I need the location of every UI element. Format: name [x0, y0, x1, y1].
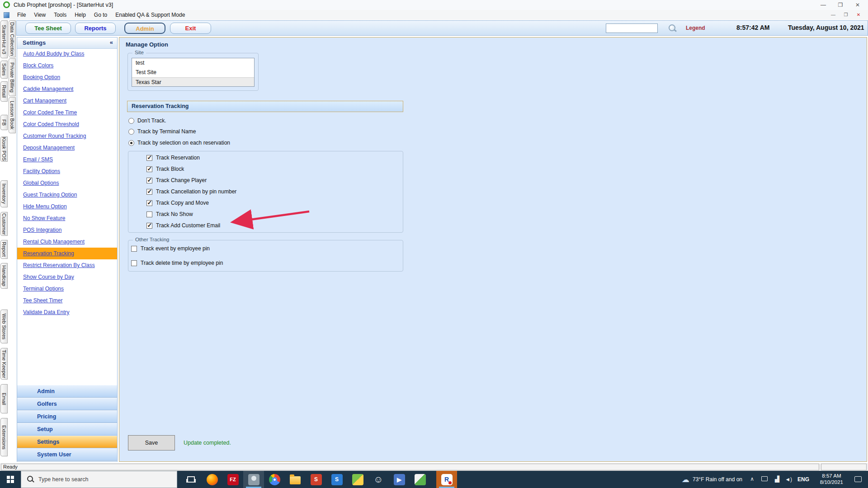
- checkbox-track-reservation[interactable]: Track Reservation: [146, 153, 200, 162]
- tab-inventory[interactable]: Inventory: [0, 180, 8, 207]
- checkbox-track-copy-and-move[interactable]: Track Copy and Move: [146, 198, 209, 207]
- reports-button[interactable]: Reports: [75, 23, 116, 34]
- taskbar-app-chrome[interactable]: [264, 471, 285, 488]
- menu-qa-support-mode[interactable]: Enabled QA & Support Mode: [111, 10, 189, 20]
- menu-tools[interactable]: Tools: [50, 10, 71, 20]
- menu-goto[interactable]: Go to: [90, 10, 111, 20]
- tab-kiosk-pos[interactable]: Kiosk POS: [0, 136, 8, 162]
- taskbar-app-filezilla[interactable]: FZ: [222, 471, 243, 488]
- notification-center-icon[interactable]: [854, 476, 862, 482]
- section-system-user[interactable]: System User: [17, 448, 117, 461]
- sidebar-link-email-sms[interactable]: Email / SMS: [17, 154, 117, 165]
- menu-help[interactable]: Help: [71, 10, 90, 20]
- sidebar-link-caddie-management[interactable]: Caddie Management: [17, 83, 117, 95]
- radio-dont-track[interactable]: Don't Track.: [128, 116, 166, 125]
- section-admin[interactable]: Admin: [17, 385, 117, 398]
- legend-button[interactable]: Legend: [686, 25, 705, 31]
- taskbar-weather[interactable]: ☁ 73°F Rain off and on: [682, 471, 742, 488]
- start-button[interactable]: [0, 471, 21, 488]
- sidebar-link-block-colors[interactable]: Block Colors: [17, 60, 117, 71]
- section-setup[interactable]: Setup: [17, 423, 117, 436]
- taskbar-clock[interactable]: 8:57 AM 8/10/2021: [820, 473, 843, 485]
- section-settings[interactable]: Settings: [17, 436, 117, 448]
- sidebar-link-show-course-by-day[interactable]: Show Course by Day: [17, 271, 117, 283]
- tab-email[interactable]: Email: [0, 384, 8, 413]
- sidebar-link-no-show-feature[interactable]: No Show Feature: [17, 212, 117, 224]
- sidebar-link-hide-menu-option[interactable]: Hide Menu Option: [17, 201, 117, 212]
- site-option-texas-star[interactable]: Texas Star: [132, 77, 254, 87]
- section-pricing[interactable]: Pricing: [17, 410, 117, 423]
- sidebar-link-restrict-reservation-by-class[interactable]: Restrict Reservation By Class: [17, 259, 117, 271]
- sidebar-link-customer-round-tracking[interactable]: Customer Round Tracking: [17, 130, 117, 142]
- admin-button[interactable]: Admin: [124, 23, 165, 34]
- tab-starterhut-v3[interactable]: StarterHut v3: [0, 20, 8, 58]
- child-close-button[interactable]: ✕: [853, 11, 864, 19]
- sidebar-link-guest-tracking-option[interactable]: Guest Tracking Option: [17, 189, 117, 201]
- language-indicator[interactable]: ENG: [797, 476, 809, 483]
- taskbar-app-firefox[interactable]: [202, 471, 222, 488]
- radio-track-by-selection[interactable]: Track by selection on each reservation: [128, 138, 230, 147]
- child-restore-button[interactable]: ❐: [840, 11, 852, 19]
- tab-sales[interactable]: Sales: [0, 61, 8, 79]
- sidebar-link-validate-data-entry[interactable]: Validate Data Entry: [17, 306, 117, 318]
- checkbox-track-change-player[interactable]: Track Change Player: [146, 176, 207, 185]
- tray-expand-icon[interactable]: ∧: [750, 476, 754, 482]
- taskbar-app-blue-s[interactable]: S: [326, 471, 347, 488]
- taskbar-app-club-prophet[interactable]: R: [436, 471, 457, 488]
- sidebar-link-tee-sheet-timer[interactable]: Tee Sheet Timer: [17, 295, 117, 306]
- tab-fb[interactable]: FB: [0, 115, 8, 130]
- taskbar-app-red-s[interactable]: S: [306, 471, 326, 488]
- site-option-test-site[interactable]: Test Site: [132, 68, 254, 77]
- tab-web-stores[interactable]: Web Stores: [0, 310, 8, 343]
- search-icon[interactable]: [668, 24, 677, 33]
- sidebar-link-booking-option[interactable]: Booking Option: [17, 71, 117, 83]
- checkbox-track-cancellation-by-pin[interactable]: Track Cancellation by pin number: [146, 187, 236, 196]
- menu-view[interactable]: View: [30, 10, 50, 20]
- minimize-button[interactable]: —: [816, 0, 831, 10]
- section-golfers[interactable]: Golfers: [17, 398, 117, 410]
- toolbar-search-input[interactable]: [606, 23, 658, 33]
- sidebar-link-global-options[interactable]: Global Options: [17, 177, 117, 189]
- taskbar-search[interactable]: Type here to search: [21, 471, 177, 488]
- task-view-button[interactable]: [181, 471, 201, 488]
- checkbox-track-block[interactable]: Track Block: [146, 164, 184, 174]
- site-option-test[interactable]: test: [132, 58, 254, 68]
- checkbox-track-event-by-employee-pin[interactable]: Track event by employee pin: [131, 244, 210, 253]
- sidebar-link-reservation-tracking[interactable]: Reservation Tracking: [17, 248, 117, 259]
- checkbox-track-add-customer-email[interactable]: Track Add Customer Email: [146, 221, 220, 230]
- exit-button[interactable]: Exit: [170, 23, 211, 34]
- sidebar-link-color-coded-threshold[interactable]: Color Coded Threshold: [17, 118, 117, 130]
- device-icon[interactable]: [761, 476, 768, 481]
- tab-customer[interactable]: Customer: [0, 212, 8, 236]
- sidebar-link-cart-management[interactable]: Cart Management: [17, 95, 117, 107]
- network-icon[interactable]: ▟: [775, 476, 779, 482]
- taskbar-app-green[interactable]: [347, 471, 368, 488]
- volume-icon[interactable]: ◄): [785, 476, 792, 483]
- close-button[interactable]: ✕: [850, 0, 865, 10]
- radio-track-by-terminal-name[interactable]: Track by Terminal Name: [128, 127, 196, 136]
- sidebar-link-deposit-management[interactable]: Deposit Management: [17, 142, 117, 154]
- taskbar-app-paint[interactable]: [410, 471, 430, 488]
- taskbar-app-launcher[interactable]: [243, 471, 264, 488]
- taskbar-app-file-explorer[interactable]: [285, 471, 306, 488]
- sidebar-link-facility-options[interactable]: Facility Options: [17, 165, 117, 177]
- tab-lesson-book[interactable]: Lesson Book: [9, 97, 16, 133]
- sidebar-link-color-coded-tee-time[interactable]: Color Coded Tee Time: [17, 107, 117, 118]
- checkbox-track-delete-time-by-employee-pin[interactable]: Track delete time by employee pin: [131, 258, 223, 267]
- save-button[interactable]: Save: [128, 435, 175, 450]
- sidebar-link-pos-integration[interactable]: POS Integration: [17, 224, 117, 236]
- taskbar-app-media[interactable]: ▶: [389, 471, 410, 488]
- sidebar-link-terminal-options[interactable]: Terminal Options: [17, 283, 117, 295]
- sidebar-link-rental-club-management[interactable]: Rental Club Management: [17, 236, 117, 248]
- taskbar-app-emoji[interactable]: ☺: [368, 471, 389, 488]
- tab-handicap[interactable]: Handicap: [0, 263, 8, 289]
- checkbox-track-no-show[interactable]: Track No Show: [146, 210, 193, 219]
- tab-report[interactable]: Report: [0, 240, 8, 259]
- menu-file[interactable]: File: [13, 10, 30, 20]
- tab-extensions[interactable]: Extensions: [0, 418, 8, 456]
- tab-time-keeper[interactable]: Time Keeper: [0, 348, 8, 380]
- tab-data-collection[interactable]: Data Collection: [9, 20, 16, 57]
- tab-retail[interactable]: Retail: [0, 81, 8, 102]
- collapse-sidebar-icon[interactable]: «: [110, 39, 113, 46]
- sidebar-link-auto-add-buddy-by-class[interactable]: Auto Add Buddy by Class: [17, 48, 117, 60]
